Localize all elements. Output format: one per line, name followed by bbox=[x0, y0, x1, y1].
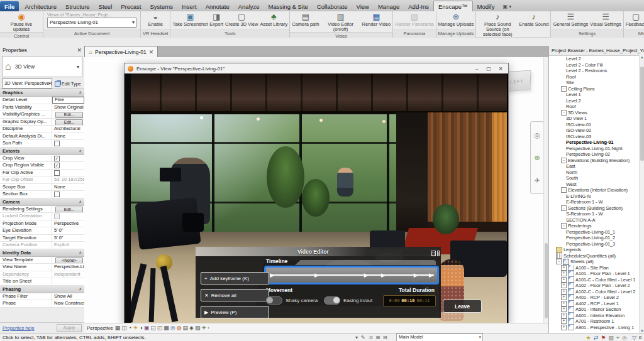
expand-icon[interactable]: + bbox=[561, 277, 567, 283]
tree-item-iso-view-01[interactable]: ISO-view-01 bbox=[549, 122, 640, 128]
reveal-hidden-icon[interactable]: ◍ bbox=[177, 325, 182, 331]
ribbon-tab-view[interactable]: View bbox=[352, 1, 374, 11]
tree-item-roof[interactable]: Roof bbox=[549, 104, 640, 110]
detail-level-icon[interactable]: ◫ bbox=[121, 325, 127, 331]
ribbon-tab-add-ins[interactable]: Add-Ins bbox=[404, 1, 433, 11]
tree-item-e-living-n[interactable]: E-LIVING-N bbox=[549, 193, 640, 200]
tree-item-perspective-living-01-1[interactable]: Perspective-Living-01_1 bbox=[549, 229, 640, 235]
checkbox[interactable] bbox=[54, 141, 60, 146]
ribbon-tab-insert[interactable]: Insert bbox=[177, 1, 201, 11]
project-browser-scrollbar[interactable]: ▲▼ bbox=[639, 55, 644, 333]
checkbox[interactable]: ✓ bbox=[54, 163, 60, 168]
view-scale-label[interactable]: Perspective bbox=[87, 325, 113, 331]
collapse-icon[interactable]: - bbox=[561, 86, 567, 92]
tree-item-east[interactable]: East bbox=[549, 163, 640, 170]
section-header-phasing[interactable]: Phasing∧ bbox=[0, 286, 84, 293]
temporary-hide-icon[interactable]: ◎ bbox=[170, 325, 175, 331]
tree-item-level-2-color-fill[interactable]: Level 2 - Color Fill bbox=[549, 62, 640, 68]
ribbon-tab-file[interactable]: File bbox=[0, 1, 19, 11]
collapse-icon[interactable]: - bbox=[561, 187, 567, 193]
ribbon-tab-precast[interactable]: Precast bbox=[116, 1, 145, 11]
tree-item-iso-view-02[interactable]: ISO-view-02 bbox=[549, 127, 640, 134]
checkbox[interactable]: ✓ bbox=[54, 156, 60, 161]
sync-icon[interactable]: ⇄ bbox=[594, 335, 599, 341]
ribbon-tab-modify[interactable]: Modify bbox=[473, 1, 499, 11]
tree-item-perspective-living-01-night[interactable]: Perspective-Living-01-Night bbox=[549, 146, 640, 152]
ribbon-tab-massing-site[interactable]: Massing & Site bbox=[264, 1, 313, 11]
section-header-extents[interactable]: Extents∧ bbox=[0, 148, 84, 155]
keyframe-marker[interactable]: ▶ bbox=[314, 273, 319, 278]
ribbon-tab-structure[interactable]: Structure bbox=[61, 1, 94, 11]
keyframe-marker[interactable]: ▶ bbox=[414, 273, 418, 278]
render-viewport[interactable]: Video Editor ▢i Timeline ▶▶▶▶▶▶ Movement… bbox=[125, 73, 507, 323]
keyframe-marker[interactable]: ▶ bbox=[270, 273, 274, 278]
zoom-icon[interactable]: ⊕ bbox=[534, 154, 540, 162]
maximize-button[interactable]: ▢ bbox=[484, 66, 493, 72]
apply-button[interactable]: Apply bbox=[57, 324, 82, 332]
timeline-bar[interactable]: ▶▶▶▶▶▶ bbox=[264, 266, 439, 284]
edit-button[interactable]: Edit... bbox=[55, 112, 83, 118]
info-button[interactable]: i bbox=[437, 251, 440, 256]
expand-icon[interactable]: + bbox=[561, 283, 567, 288]
expand-icon[interactable]: + bbox=[561, 306, 567, 312]
export-button[interactable]: ◨Export bbox=[209, 12, 224, 27]
tree-item-perspective-living-01[interactable]: Perspective-Living-01 bbox=[549, 139, 640, 146]
view-selector-dropdown[interactable]: 3D View: Perspective-Living- bbox=[2, 78, 52, 89]
tree-item-ceiling-plans[interactable]: -Ceiling Plans bbox=[549, 86, 640, 92]
edit-type-button[interactable]: Edit Type bbox=[53, 79, 82, 88]
expand-icon[interactable]: + bbox=[561, 265, 567, 271]
tree-item-3d-views[interactable]: -3D Views bbox=[549, 110, 640, 116]
tree-item-elevations-interior-elevation[interactable]: -Elevations (Interior Elevation) bbox=[549, 187, 640, 193]
tree-item-a101-c-color-filled-level-1[interactable]: +A101-C - Color filled - Level 1 bbox=[549, 277, 640, 283]
ribbon-tab-annotate[interactable]: Annotate bbox=[201, 1, 234, 11]
chevron-down-icon[interactable]: ▾ bbox=[355, 335, 358, 340]
lock-view-icon[interactable]: ▩ bbox=[164, 325, 169, 331]
collapse-icon[interactable]: - bbox=[561, 110, 567, 116]
tree-item-renderings[interactable]: -Renderings bbox=[549, 223, 640, 229]
easing-in-out-toggle[interactable]: Easing in/out bbox=[324, 296, 372, 305]
active-document-dropdown[interactable]: Perspective-Living-01 bbox=[47, 18, 136, 28]
checkbox[interactable] bbox=[54, 170, 60, 176]
filter-icon[interactable]: ▽ bbox=[632, 335, 636, 341]
tree-item-s-restroom-1-w[interactable]: S-Restroom 1 - W bbox=[549, 211, 640, 217]
fly-mode-icon[interactable]: ✈ bbox=[534, 176, 540, 185]
remove-all-button[interactable]: ✕Remove all bbox=[201, 289, 269, 301]
ribbon-tab-collaborate[interactable]: Collaborate bbox=[313, 1, 352, 11]
edit-button[interactable]: Edit... bbox=[55, 119, 83, 126]
tree-item-schedules-quantities-all[interactable]: Schedules/Quantities (all) bbox=[549, 253, 640, 259]
collapse-icon[interactable]: ‹ bbox=[208, 325, 209, 331]
shaky-camera-toggle[interactable]: Shaky camera bbox=[266, 296, 318, 305]
keyframe-marker[interactable]: ▶ bbox=[429, 273, 433, 278]
enable-button[interactable]: ◒Enable bbox=[148, 12, 164, 27]
add-keyframe-k-button[interactable]: +Add keyframe (K) bbox=[201, 272, 269, 284]
tree-item-level-2[interactable]: Level 2 bbox=[549, 56, 640, 62]
edit-button[interactable]: <None> bbox=[55, 257, 83, 264]
tree-item-north[interactable]: North bbox=[549, 170, 640, 176]
total-duration-picker[interactable]: 0:0900:1000:11 bbox=[383, 295, 436, 306]
tree-item-level-2[interactable]: Level 2 bbox=[549, 98, 640, 104]
expand-icon[interactable]: + bbox=[561, 301, 567, 306]
video-editor-on-off-button[interactable]: ▥Video Editor (on/off) bbox=[321, 12, 361, 32]
tree-item-a501-interior-section[interactable]: +A501 - Interior Section bbox=[549, 306, 640, 313]
manage-uploads-button[interactable]: ⊕Manage Uploads bbox=[438, 12, 475, 27]
tree-item-a402-rcp-level-1[interactable]: +A402 - RCP - Level 1 bbox=[549, 301, 640, 307]
camera-path-button[interactable]: ▤Camera path bbox=[291, 12, 319, 27]
ribbon-tab-architecture[interactable]: Architecture bbox=[20, 1, 61, 11]
main-model-dropdown[interactable]: Main Model bbox=[396, 333, 483, 341]
expand-icon[interactable]: + bbox=[561, 271, 567, 276]
temporary-view-icon[interactable]: ▤ bbox=[183, 325, 189, 331]
tree-item-a100-site-plan[interactable]: +A100 - Site Plan bbox=[549, 265, 640, 271]
shadows-icon[interactable]: ◑ bbox=[139, 325, 142, 331]
tree-item-perspective-living-01-2[interactable]: Perspective-Living-01_2 bbox=[549, 235, 640, 241]
ribbon-tab-manage[interactable]: Manage bbox=[374, 1, 404, 11]
collapse-icon[interactable]: - bbox=[556, 259, 562, 264]
displacement-icon[interactable]: ▧ bbox=[195, 325, 201, 331]
pause-live-updates-button[interactable]: ◉Pause live updates bbox=[1, 12, 42, 32]
tree-item-level-2-restrooms[interactable]: Level 2 - Restrooms bbox=[549, 68, 640, 74]
canvas-scrollbar[interactable] bbox=[543, 57, 548, 323]
checkbox[interactable] bbox=[54, 192, 60, 197]
tree-item-south[interactable]: South bbox=[549, 175, 640, 181]
place-sound-source-on-selected-face-button[interactable]: ♪Place Sound Source (on selected face) bbox=[477, 12, 518, 37]
feedback-button[interactable]: ▢Feedback bbox=[625, 12, 644, 27]
tree-item-a101-floor-plan-level-1[interactable]: +A101 - Floor Plan - Level 1 bbox=[549, 271, 640, 277]
